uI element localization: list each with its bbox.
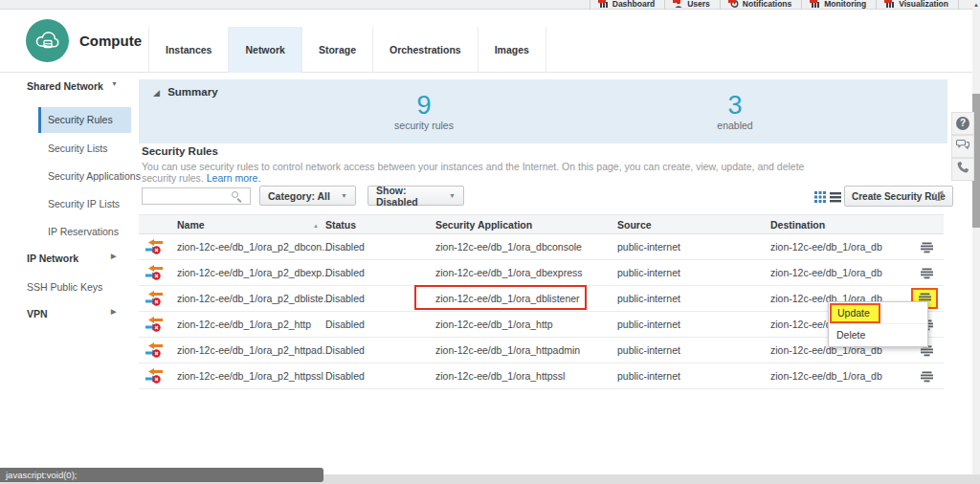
tab-orchestrations[interactable]: Orchestrations bbox=[372, 27, 478, 73]
app-header: Compute Instances Network Storage Orches… bbox=[0, 10, 980, 73]
security-rule-disabled-icon bbox=[145, 291, 163, 310]
sidebar-item-ip-reservations[interactable]: IP Reservations bbox=[48, 222, 119, 241]
show-filter-dropdown[interactable]: Show: Disabled ▼ bbox=[368, 186, 464, 206]
tab-images[interactable]: Images bbox=[478, 27, 546, 73]
column-header-source[interactable]: Source bbox=[617, 215, 652, 235]
column-header-status[interactable]: Status bbox=[325, 215, 356, 235]
search-input[interactable] bbox=[145, 189, 234, 203]
column-header-security-application[interactable]: Security Application bbox=[435, 215, 532, 235]
context-menu-item-delete[interactable]: Delete bbox=[829, 323, 927, 346]
sidebar-group-shared-network[interactable]: Shared Network ▼ bbox=[27, 80, 103, 92]
notification-badge bbox=[598, 0, 606, 3]
row-actions-menu-button[interactable] bbox=[914, 366, 939, 386]
section-description: You can use security rules to control ne… bbox=[142, 161, 831, 184]
security-rule-disabled-icon bbox=[145, 342, 163, 362]
notification-badge bbox=[884, 0, 892, 3]
notification-badge bbox=[673, 0, 680, 3]
chevron-down-icon: ▼ bbox=[111, 80, 118, 87]
sidebar-item-ssh-public-keys[interactable]: SSH Public Keys bbox=[27, 277, 102, 297]
chat-button[interactable] bbox=[951, 135, 974, 158]
phone-button[interactable] bbox=[951, 158, 974, 181]
search-icon[interactable] bbox=[232, 191, 238, 198]
row-actions-menu-button[interactable] bbox=[914, 263, 939, 283]
compute-cloud-icon bbox=[26, 19, 69, 62]
cell-security-application: zion-12c-ee/db_1/ora_httpssl bbox=[435, 363, 565, 389]
top-nav-monitoring[interactable]: Monitoring bbox=[801, 0, 876, 10]
sidebar-group-ip-network[interactable]: IP Network ▶ bbox=[27, 253, 78, 264]
sidebar-item-security-ip-lists[interactable]: Security IP Lists bbox=[48, 194, 120, 213]
cell-source: public-internet bbox=[617, 363, 680, 389]
column-header-name[interactable]: Name bbox=[177, 215, 205, 235]
top-nav-visualization[interactable]: Visualization bbox=[876, 0, 959, 10]
grid-view-icon[interactable] bbox=[814, 189, 826, 207]
chevron-down-icon: ▼ bbox=[341, 192, 347, 199]
cell-status: Disabled bbox=[325, 363, 365, 389]
tab-network[interactable]: Network bbox=[228, 27, 301, 73]
help-rail: ? bbox=[951, 112, 974, 181]
top-nav-users[interactable]: Users bbox=[664, 0, 720, 10]
context-menu-item-update[interactable]: Update bbox=[830, 303, 880, 323]
refresh-icon[interactable] bbox=[933, 190, 944, 201]
table-row: zion-12c-ee/db_1/ora_p2_http Disabled zi… bbox=[139, 312, 944, 338]
sidebar-group-vpn[interactable]: VPN ▶ bbox=[27, 308, 48, 319]
list-view-icon[interactable] bbox=[830, 189, 841, 207]
cell-status: Disabled bbox=[325, 260, 365, 286]
sidebar: Shared Network ▼ Security Rules Security… bbox=[0, 73, 136, 469]
vertical-scrollbar[interactable] bbox=[972, 0, 980, 474]
cell-security-application: zion-12c-ee/db_1/ora_dblistener bbox=[435, 286, 580, 312]
column-header-destination[interactable]: Destination bbox=[770, 215, 825, 235]
chevron-right-icon: ▶ bbox=[111, 308, 116, 316]
top-nav-label: Monitoring bbox=[824, 0, 866, 9]
cell-name: zion-12c-ee/db_1/ora_p2_dbcon... bbox=[177, 234, 330, 260]
top-nav-notifications[interactable]: Notifications bbox=[720, 0, 801, 10]
cell-source: public-internet bbox=[617, 312, 680, 338]
sidebar-item-security-lists[interactable]: Security Lists bbox=[48, 139, 107, 158]
cell-security-application: zion-12c-ee/db_1/ora_dbexpress bbox=[435, 260, 583, 286]
top-nav-dashboard[interactable]: Dashboard bbox=[590, 0, 664, 10]
browser-status-bar: javascript:void(0); bbox=[0, 468, 323, 482]
table-row: zion-12c-ee/db_1/ora_p2_httpad... Disabl… bbox=[139, 338, 944, 363]
scrollbar-up-arrow[interactable]: ▲ bbox=[973, 2, 979, 8]
cell-source: public-internet bbox=[617, 338, 680, 363]
cell-destination: zion-12c-ee/db_1/ora_db bbox=[770, 234, 882, 260]
sort-ascending-icon[interactable]: ▲ bbox=[313, 216, 319, 236]
view-toggle bbox=[814, 189, 841, 207]
cell-name: zion-12c-ee/db_1/ora_p2_httpssl bbox=[177, 363, 323, 389]
cell-source: public-internet bbox=[617, 234, 680, 260]
cell-destination: zion-12c-ee/db_1/ora_db bbox=[770, 260, 882, 286]
cell-status: Disabled bbox=[325, 312, 365, 338]
cell-destination: zion-12c-ee/db_1/ora_db bbox=[770, 363, 882, 389]
row-actions-menu-button[interactable] bbox=[914, 237, 939, 257]
notification-badge bbox=[810, 0, 817, 3]
top-nav-label: Users bbox=[687, 0, 710, 9]
table-header-row: Name ▲ Status Security Application Sourc… bbox=[139, 214, 944, 234]
summary-panel: ◢ Summary 9 security rules 3 enabled bbox=[139, 79, 947, 143]
cell-security-application: zion-12c-ee/db_1/ora_httpadmin bbox=[435, 338, 580, 363]
page-title: Compute bbox=[79, 33, 142, 49]
phone-icon bbox=[956, 161, 969, 178]
cell-source: public-internet bbox=[617, 260, 680, 286]
top-nav-label: Visualization bbox=[899, 0, 948, 9]
stat-label: enabled bbox=[673, 120, 797, 131]
top-nav-label: Notifications bbox=[743, 0, 791, 9]
chevron-down-icon: ▼ bbox=[449, 192, 456, 199]
chat-bubbles-icon bbox=[956, 138, 970, 155]
cell-status: Disabled bbox=[325, 286, 365, 312]
security-rules-table: Name ▲ Status Security Application Sourc… bbox=[139, 214, 944, 389]
cell-name: zion-12c-ee/db_1/ora_p2_http bbox=[177, 312, 311, 338]
tab-instances[interactable]: Instances bbox=[148, 27, 228, 73]
summary-title[interactable]: ◢ Summary bbox=[153, 86, 218, 98]
learn-more-link[interactable]: Learn more. bbox=[207, 172, 261, 184]
category-filter-dropdown[interactable]: Category: All ▼ bbox=[259, 186, 356, 206]
help-button[interactable]: ? bbox=[951, 112, 974, 135]
tab-storage[interactable]: Storage bbox=[301, 27, 372, 73]
stat-value: 3 bbox=[673, 92, 797, 119]
section-title: Security Rules bbox=[142, 145, 218, 157]
row-actions-context-menu: Update Delete bbox=[828, 301, 928, 347]
cell-name: zion-12c-ee/db_1/ora_p2_dbliste... bbox=[177, 286, 332, 312]
cell-security-application: zion-12c-ee/db_1/ora_http bbox=[435, 312, 553, 338]
sidebar-item-security-rules[interactable]: Security Rules bbox=[38, 107, 131, 133]
stat-value: 9 bbox=[362, 92, 486, 119]
search-box bbox=[142, 187, 251, 205]
sidebar-item-security-applications[interactable]: Security Applications bbox=[48, 166, 141, 186]
